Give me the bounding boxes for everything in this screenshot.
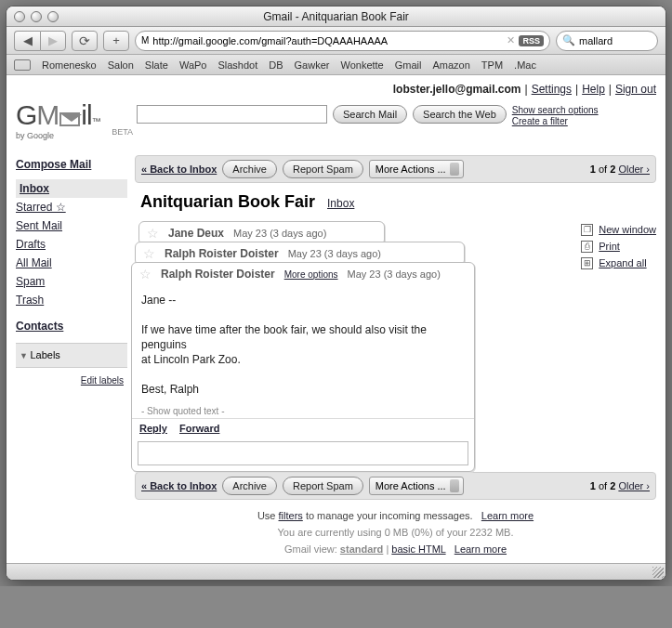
reply-link[interactable]: Reply — [139, 423, 167, 434]
message-date: May 23 (3 days ago) — [288, 248, 381, 259]
search-icon: 🔍 — [562, 34, 575, 46]
forward-link[interactable]: Forward — [179, 423, 219, 434]
sidebar: Compose Mail Inbox Starred ☆ Sent Mail D… — [16, 155, 127, 559]
subject-row: Anitquarian Book Fair Inbox — [135, 183, 656, 221]
inbox-link[interactable]: Inbox — [16, 179, 127, 198]
show-search-options-link[interactable]: Show search options — [512, 105, 599, 116]
view-basic-html[interactable]: basic HTML — [391, 543, 445, 555]
envelope-icon — [59, 112, 80, 126]
help-link[interactable]: Help — [582, 83, 605, 96]
nav-buttons: ◀ ▶ — [14, 31, 66, 51]
back-to-inbox-link[interactable]: « Back to Inbox — [141, 164, 217, 175]
bookmarks-bar: Romenesko Salon Slate WaPo Slashdot DB G… — [7, 55, 665, 75]
rss-badge[interactable]: RSS — [519, 35, 544, 46]
bookmark-item[interactable]: Romenesko — [42, 59, 97, 71]
new-window-link[interactable]: New window — [599, 221, 656, 238]
thread-label-link[interactable]: Inbox — [327, 197, 354, 210]
older-link[interactable]: Older › — [618, 480, 650, 491]
archive-button[interactable]: Archive — [222, 160, 277, 178]
print-link[interactable]: Print — [599, 238, 620, 255]
settings-link[interactable]: Settings — [532, 83, 572, 96]
trash-link[interactable]: Trash — [16, 291, 127, 309]
search-web-button[interactable]: Search the Web — [413, 105, 507, 124]
paging: 1 of 2 Older › — [590, 480, 650, 491]
account-bar: lobster.jello@gmail.com |Settings |Help … — [16, 83, 656, 96]
bookmark-item[interactable]: DB — [269, 59, 283, 71]
forward-button[interactable]: ▶ — [40, 31, 66, 51]
back-to-inbox-link[interactable]: « Back to Inbox — [141, 480, 217, 491]
learn-more-link[interactable]: Learn more — [481, 510, 534, 521]
bookmark-item[interactable]: Slashdot — [217, 59, 257, 71]
thread-subject: Anitquarian Book Fair — [140, 192, 315, 211]
bookmark-item[interactable]: Slate — [145, 59, 168, 71]
search-mail-button[interactable]: Search Mail — [333, 105, 407, 124]
add-bookmark-button[interactable]: + — [103, 31, 129, 51]
more-actions-select[interactable]: More Actions ... — [369, 160, 464, 178]
bookmark-item[interactable]: Salon — [108, 59, 134, 71]
archive-button[interactable]: Archive — [222, 477, 277, 495]
starred-link[interactable]: Starred ☆ — [16, 198, 127, 216]
older-link[interactable]: Older › — [618, 164, 650, 175]
more-actions-select[interactable]: More Actions ... — [369, 477, 464, 495]
bookmark-item[interactable]: Wonkette — [340, 59, 383, 71]
spam-link[interactable]: Spam — [16, 272, 127, 291]
mail-search-input[interactable] — [137, 105, 327, 124]
expand-all-link[interactable]: Expand all — [599, 255, 646, 271]
compose-link[interactable]: Compose Mail — [16, 155, 127, 174]
resize-handle[interactable] — [652, 567, 664, 578]
report-spam-button[interactable]: Report Spam — [283, 477, 363, 495]
back-button[interactable]: ◀ — [14, 31, 40, 51]
filters-link[interactable]: filters — [279, 510, 303, 521]
star-icon[interactable]: ☆ — [139, 267, 152, 281]
browser-search-box[interactable]: 🔍 — [556, 31, 658, 51]
edit-labels-link[interactable]: Edit labels — [20, 372, 124, 390]
actionbar-top: « Back to Inbox Archive Report Spam More… — [135, 155, 656, 183]
page-content: lobster.jello@gmail.com |Settings |Help … — [7, 75, 665, 563]
site-icon: M — [141, 35, 149, 46]
bookmark-item[interactable]: WaPo — [179, 59, 207, 71]
browser-search-input[interactable] — [579, 35, 666, 46]
account-email: lobster.jello@gmail.com — [393, 83, 521, 96]
reload-icon: ⟳ — [79, 33, 90, 48]
gmail-logo: GMil™ by Google BETA — [16, 99, 127, 148]
bookmark-item[interactable]: .Mac — [514, 59, 536, 71]
view-standard[interactable]: standard — [340, 543, 383, 555]
view-learn-more[interactable]: Learn more — [455, 543, 507, 555]
star-icon[interactable]: ☆ — [143, 246, 155, 261]
message-body: Jane -- If we have time after the book f… — [132, 285, 474, 404]
star-icon[interactable]: ☆ — [147, 226, 159, 241]
stop-icon[interactable]: ✕ — [507, 34, 515, 46]
allmail-link[interactable]: All Mail — [16, 254, 127, 272]
browser-toolbar: ◀ ▶ ⟳ + M ✕ RSS 🔍 — [7, 27, 665, 55]
paging: 1 of 2 Older › — [590, 164, 650, 175]
expand-icon: ⊞ — [581, 257, 593, 269]
url-input[interactable] — [152, 35, 503, 46]
search-option-links: Show search options Create a filter — [512, 105, 599, 127]
bookmarks-icon[interactable] — [14, 59, 31, 71]
print-icon: ⎙ — [581, 241, 593, 253]
signout-link[interactable]: Sign out — [615, 83, 656, 96]
message-date: May 23 (3 days ago) — [348, 268, 441, 280]
labels-header[interactable]: Labels — [16, 343, 127, 368]
drafts-link[interactable]: Drafts — [16, 235, 127, 254]
message-sender: Ralph Roister Doister — [161, 268, 275, 281]
show-quoted-link[interactable]: - Show quoted text - — [141, 406, 225, 416]
reload-button[interactable]: ⟳ — [72, 31, 98, 51]
message-sender: Ralph Roister Doister — [165, 247, 279, 260]
message-card-open: ☆ Ralph Roister Doister More options May… — [131, 262, 475, 472]
bookmark-item[interactable]: Gawker — [295, 59, 330, 71]
message-date: May 23 (3 days ago) — [233, 228, 326, 239]
reply-textarea[interactable] — [138, 441, 468, 465]
sent-link[interactable]: Sent Mail — [16, 216, 127, 235]
contacts-link[interactable]: Contacts — [16, 317, 127, 335]
report-spam-button[interactable]: Report Spam — [283, 160, 363, 178]
bookmark-item[interactable]: Amazon — [432, 59, 469, 71]
address-bar[interactable]: M ✕ RSS — [135, 31, 550, 51]
more-options-link[interactable]: More options — [284, 269, 338, 280]
by-google: by Google — [16, 131, 127, 140]
quota-text: You are currently using 0 MB (0%) of you… — [135, 524, 656, 541]
footer: Use filters to manage your incoming mess… — [135, 500, 656, 559]
bookmark-item[interactable]: TPM — [481, 59, 503, 71]
create-filter-link[interactable]: Create a filter — [512, 116, 599, 127]
bookmark-item[interactable]: Gmail — [395, 59, 422, 71]
